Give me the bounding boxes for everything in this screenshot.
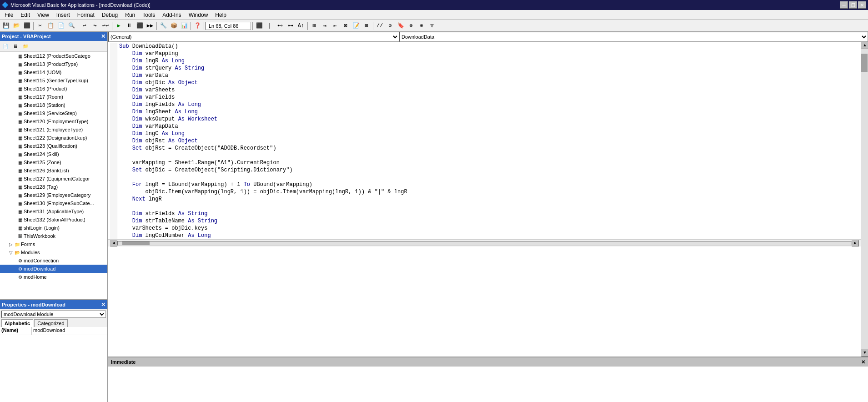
tb-btn7[interactable]: 🔍 <box>66 21 76 31</box>
project-view-code-btn[interactable]: 📄 <box>1 42 10 50</box>
tree-item-sheet123[interactable]: ▦ Sheet123 (Qualification) <box>0 142 107 150</box>
tb-btn2[interactable]: 📂 <box>11 21 21 31</box>
tree-item-sheet131[interactable]: ▦ Sheet131 (ApplicableType) <box>0 207 107 216</box>
menu-file[interactable]: File <box>1 11 17 19</box>
tb-undo-btn[interactable]: ↩ <box>80 21 90 31</box>
tb-btn36[interactable]: ▽ <box>427 21 437 31</box>
tree-item-sheet117[interactable]: ▦ Sheet117 (Room) <box>0 93 107 101</box>
tree-item-sheet132[interactable]: ▦ Sheet132 (SalonAllProduct) <box>0 216 107 224</box>
vscroll-track[interactable] <box>861 49 868 349</box>
project-view-object-btn[interactable]: 🖥 <box>11 42 20 50</box>
tb-stop-btn[interactable]: ⬛ <box>135 21 145 31</box>
tree-item-thisworkbook[interactable]: 📓 ThisWorkbook <box>0 232 107 240</box>
tree-item-sheet115[interactable]: ▦ Sheet115 (GenderTypeLkup) <box>0 76 107 85</box>
tb-btn29[interactable]: 📝 <box>351 21 361 31</box>
menu-debug[interactable]: Debug <box>98 11 121 19</box>
tb-run-btn[interactable]: ▶ <box>114 21 124 31</box>
props-tab-alphabetic[interactable]: Alphabetic <box>1 319 33 327</box>
menu-run[interactable]: Run <box>121 11 139 19</box>
tree-item-modules[interactable]: ▽ 📂 Modules <box>0 248 107 256</box>
tb-btn14[interactable]: ▶▶ <box>145 21 155 31</box>
tree-item-modhome[interactable]: ⚙ modHome <box>0 273 107 281</box>
tb-comment-btn[interactable]: // <box>375 21 385 31</box>
tree-item-sheet120[interactable]: ▦ Sheet120 (EmploymentType) <box>0 117 107 126</box>
tree-item-sheet129[interactable]: ▦ Sheet129 (EmployeeCategory <box>0 191 107 199</box>
tree-item-moddownload[interactable]: ⚙ modDownload <box>0 265 107 273</box>
menu-help[interactable]: Help <box>211 11 230 19</box>
tree-item-sheet128[interactable]: ▦ Sheet128 (Tag) <box>0 183 107 191</box>
tb-btn23[interactable]: ⊶ <box>286 21 296 31</box>
tb-btn21[interactable]: | <box>265 21 275 31</box>
properties-panel-close[interactable]: ✕ <box>101 302 105 308</box>
hscroll-track[interactable] <box>117 241 852 246</box>
tree-item-sheet114[interactable]: ▦ Sheet114 (UOM) <box>0 68 107 76</box>
menu-insert[interactable]: Insert <box>53 11 74 19</box>
tree-item-sheet130[interactable]: ▦ Sheet130 (EmployeeSubCate... <box>0 199 107 207</box>
tb-pause-btn[interactable]: ⏸ <box>124 21 134 31</box>
sub-dropdown[interactable]: DownloadData <box>399 32 868 42</box>
tree-item-sheet121[interactable]: ▦ Sheet121 (EmployeeType) <box>0 126 107 134</box>
hscroll-left-btn[interactable]: ◀ <box>110 240 117 246</box>
immediate-area[interactable] <box>108 367 868 402</box>
tb-btn25[interactable]: ⊞ <box>309 21 319 31</box>
tb-uncomment-btn[interactable]: ⊘ <box>385 21 395 31</box>
tb-btn10[interactable]: ↩↩ <box>100 21 110 31</box>
tb-save-btn[interactable]: 💾 <box>1 21 11 31</box>
tree-item-sheet125[interactable]: ▦ Sheet125 (Zone) <box>0 158 107 166</box>
tree-item-sheet127[interactable]: ▦ Sheet127 (EquipmentCategor <box>0 175 107 183</box>
tb-btn28[interactable]: ⊠ <box>341 21 351 31</box>
menu-view[interactable]: View <box>34 11 53 19</box>
vscroll-down-btn[interactable]: ▼ <box>861 349 868 357</box>
tb-btn3[interactable]: ⬛ <box>22 21 32 31</box>
tb-btn22[interactable]: ⊷ <box>275 21 285 31</box>
menu-addins[interactable]: Add-Ins <box>159 11 185 19</box>
tb-paste-btn[interactable]: 📄 <box>56 21 66 31</box>
tb-btn24[interactable]: A↑ <box>296 21 306 31</box>
props-object-select[interactable]: modDownload Module <box>1 311 106 318</box>
tb-btn16[interactable]: 📦 <box>169 21 179 31</box>
tb-copy-btn[interactable]: 📋 <box>45 21 55 31</box>
tree-item-shtlogin[interactable]: ▦ shtLogin (Login) <box>0 224 107 232</box>
project-toggle-folders-btn[interactable]: 📁 <box>21 42 30 50</box>
code-area[interactable]: Sub DownloadData() Dim varMapping Dim ln… <box>108 42 861 357</box>
tree-item-sheet124[interactable]: ▦ Sheet124 (Skill) <box>0 150 107 158</box>
tb-cut-btn[interactable]: ✂ <box>35 21 45 31</box>
tb-btn17[interactable]: 📊 <box>179 21 189 31</box>
tb-redo-btn[interactable]: ↪ <box>90 21 100 31</box>
tb-btn20[interactable]: ⬛ <box>254 21 264 31</box>
tree-item-sheet126[interactable]: ▦ Sheet126 (BankList) <box>0 166 107 175</box>
window-minimize-btn[interactable]: ─ <box>840 1 848 9</box>
tb-btn15[interactable]: 🔧 <box>158 21 168 31</box>
menu-edit[interactable]: Edit <box>17 11 34 19</box>
tree-item-sheet113[interactable]: ▦ Sheet113 (ProductType) <box>0 60 107 68</box>
props-tab-categorized[interactable]: Categorized <box>34 319 67 327</box>
tree-item-sheet112[interactable]: ▦ Sheet112 (ProductSubCatego <box>0 52 107 60</box>
window-restore-btn[interactable]: ❐ <box>849 1 857 9</box>
tb-btn34[interactable]: ⊕ <box>406 21 416 31</box>
general-dropdown[interactable]: (General) <box>108 32 399 42</box>
code-vscrollbar[interactable]: ▲ ▼ <box>861 42 868 357</box>
menu-format[interactable]: Format <box>74 11 98 19</box>
tree-item-sheet116[interactable]: ▦ Sheet116 (Product) <box>0 85 107 93</box>
tree-item-forms[interactable]: ▷ 📁 Forms <box>0 240 107 248</box>
tb-btn35[interactable]: ⊗ <box>416 21 426 31</box>
project-panel-close[interactable]: ✕ <box>101 33 105 40</box>
tree-item-sheet118[interactable]: ▦ Sheet118 (Station) <box>0 101 107 109</box>
tree-item-sheet119[interactable]: ▦ Sheet119 (ServiceStep) <box>0 109 107 117</box>
immediate-close-btn[interactable]: ✕ <box>861 359 865 365</box>
code-hscrollbar[interactable]: ◀ ▶ <box>108 239 861 246</box>
tb-indent-btn[interactable]: ⇥ <box>320 21 330 31</box>
tb-outdent-btn[interactable]: ⇤ <box>330 21 340 31</box>
project-tree[interactable]: ▦ Sheet112 (ProductSubCatego ▦ Sheet113 … <box>0 52 107 299</box>
tree-item-modconnection[interactable]: ⚙ modConnection <box>0 256 107 265</box>
window-close-btn[interactable]: ✕ <box>858 1 866 9</box>
menu-tools[interactable]: Tools <box>139 11 159 19</box>
vscroll-up-btn[interactable]: ▲ <box>861 42 868 49</box>
tb-btn30[interactable]: ⊞ <box>361 21 371 31</box>
vscroll-thumb[interactable] <box>861 54 868 72</box>
hscroll-right-btn[interactable]: ▶ <box>852 240 859 246</box>
menu-window[interactable]: Window <box>185 11 212 19</box>
tb-bookmark-btn[interactable]: 🔖 <box>396 21 406 31</box>
tb-help-btn[interactable]: ❓ <box>192 21 202 31</box>
tree-item-sheet122[interactable]: ▦ Sheet122 (DesignationLkup) <box>0 134 107 142</box>
